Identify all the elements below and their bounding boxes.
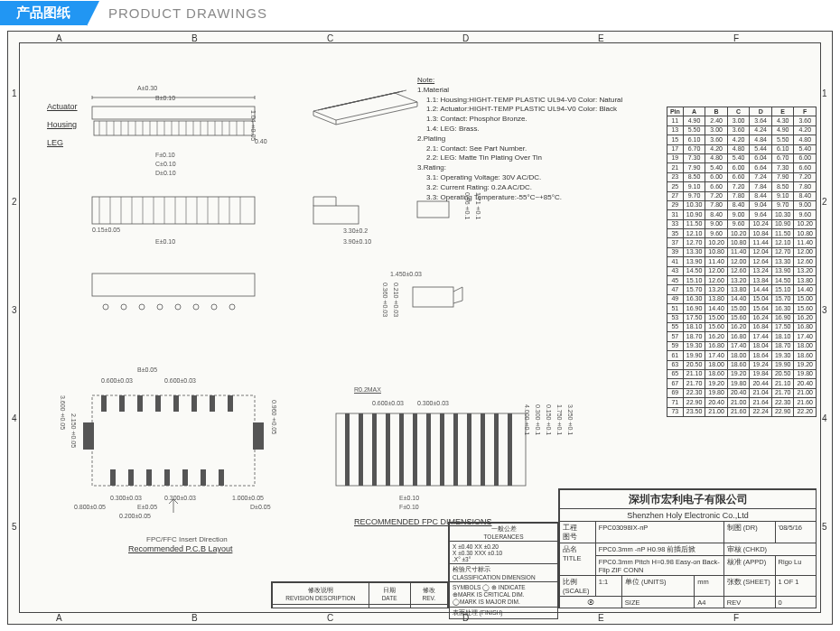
svg-point-51 [229, 304, 235, 310]
dim-0360: 0.360±0.03 [382, 283, 388, 317]
svg-rect-68 [219, 469, 224, 486]
dim-0300a: 0.300±0.03 [110, 495, 142, 501]
pin-td: 7.80 [794, 182, 817, 191]
svg-rect-57 [155, 395, 161, 412]
pin-td: 17 [667, 144, 683, 153]
svg-rect-62 [110, 469, 116, 486]
dim-2150: 2.150±0.05 [70, 413, 77, 448]
pin-td: 4.24 [750, 125, 772, 135]
svg-point-45 [121, 304, 126, 310]
svg-rect-43 [92, 274, 255, 296]
pin-td: 13.30 [771, 257, 794, 266]
pin-td: 19.80 [705, 388, 728, 397]
pin-td: 6.04 [750, 153, 772, 162]
table-row: 4916.3013.8014.4015.0415.7015.00 [667, 294, 816, 303]
pin-td: 17.40 [705, 351, 728, 360]
pin-td: 31 [667, 210, 683, 219]
svg-rect-80 [453, 413, 458, 486]
dim-f0300: 0.300±0.03 [417, 400, 449, 406]
table-row: 3913.3010.8011.4012.0412.7012.00 [667, 247, 816, 256]
dim-0300b: 0.300±0.03 [164, 495, 196, 501]
tol-ang: .X° ±3° [453, 556, 471, 562]
table-row: 7122.9020.4021.0021.6422.3021.60 [667, 398, 816, 407]
size-l: SIZE [621, 597, 694, 608]
pin-td: 13.20 [794, 266, 817, 275]
pin-td: 18.60 [727, 360, 750, 369]
note-head: Note: [417, 76, 661, 86]
zone-row: 2 [12, 197, 17, 207]
zone-col: E [598, 33, 604, 43]
zone-col: E [598, 613, 604, 623]
zone-row: 4 [822, 413, 827, 423]
pin-td: 8.50 [771, 182, 794, 191]
svg-rect-66 [182, 469, 188, 486]
dim-a: A±0.30 [137, 85, 157, 91]
pin-td: 10.24 [750, 219, 772, 228]
pin-td: 9.10 [771, 191, 794, 200]
pin-td: 16.20 [727, 322, 750, 331]
svg-rect-73 [359, 413, 363, 486]
dim-c: C±0.10 [155, 161, 176, 167]
pin-td: 16.90 [771, 313, 794, 322]
svg-rect-1 [94, 121, 253, 135]
pin-td: 19.84 [750, 369, 772, 378]
pin-td: 4.80 [727, 144, 750, 153]
pin-td: 22.30 [771, 398, 794, 407]
pin-td: 12.00 [727, 257, 750, 266]
fpc-dir: FPC/FFC Insert Direction [146, 535, 228, 543]
dim-d005: D±0.05 [250, 504, 271, 510]
drawing-area: /*filled below*/ Actuator [20, 43, 820, 612]
page-header: 产品图纸 PRODUCT DRAWINGS [0, 0, 840, 25]
pin-td: 11.50 [683, 219, 705, 228]
unit-l: 单位 (UNITS) [621, 576, 694, 597]
pin-td: 21.00 [794, 388, 817, 397]
pin-td: 4.80 [794, 135, 817, 144]
svg-rect-60 [210, 395, 215, 412]
svg-rect-79 [440, 413, 444, 486]
pin-td: 25 [667, 182, 683, 191]
company-cn: 深圳市宏利电子有限公司 [560, 490, 817, 509]
pin-td: 10.80 [705, 247, 728, 256]
table-row: 5718.7016.2016.8017.4418.1017.40 [667, 332, 816, 341]
isometric-view [309, 70, 426, 134]
pin-td: 22.90 [771, 407, 794, 416]
pin-td: 21.64 [750, 398, 772, 407]
pin-td: 19.80 [727, 379, 750, 388]
pin-td: 49 [667, 294, 683, 303]
tol-x: X ±0.40 XX ±0.20 [453, 543, 499, 550]
dim-0200: 0.200±0.05 [119, 513, 151, 519]
note-m11: 1.1: Housing:HIGHT-TEMP PLASTIC UL94-V0 … [426, 96, 661, 106]
pin-td: 18.00 [794, 341, 817, 350]
svg-point-47 [157, 304, 163, 310]
pin-td: 18.70 [683, 332, 705, 341]
svg-rect-82 [481, 413, 485, 486]
pin-td: 21.00 [727, 398, 750, 407]
svg-rect-64 [146, 469, 152, 486]
pin-td: 19.30 [683, 341, 705, 350]
pin-td: 10.80 [727, 238, 750, 247]
dim-1000: 1.000±0.05 [232, 495, 264, 501]
pin-td: 19.80 [794, 369, 817, 378]
table-row: 5919.3016.8017.4018.0418.7018.00 [667, 341, 816, 350]
sheet-border: /*filled below*/ Actuator [19, 42, 821, 613]
rev-desc: 修改说明 REVISION DESCRIPTION [273, 583, 369, 605]
pin-td: 11.40 [727, 247, 750, 256]
pin-td: 5.44 [750, 144, 772, 153]
note-p21: 2.1: Contact: See Part Number. [426, 144, 661, 154]
pin-td: 63 [667, 360, 683, 369]
dim-0960: 0.960±0.05 [271, 400, 277, 434]
pin-td: 55 [667, 322, 683, 331]
pin-td: 7.30 [683, 153, 705, 162]
dim-0150: 0.150±0.1 [546, 404, 552, 435]
pin-td: 13.90 [771, 266, 794, 275]
pin-td: 9.10 [683, 182, 705, 191]
pin-td: 12.00 [794, 247, 817, 256]
pin-td: 17.40 [794, 332, 817, 341]
svg-rect-65 [164, 469, 170, 486]
date-v: '08/5/16 [775, 522, 816, 543]
pin-td: 4.84 [750, 135, 772, 144]
svg-rect-55 [119, 395, 125, 412]
svg-rect-52 [413, 287, 453, 307]
scale-l: 比例 (SCALE) [560, 576, 596, 597]
pin-td: 10.20 [727, 229, 750, 238]
